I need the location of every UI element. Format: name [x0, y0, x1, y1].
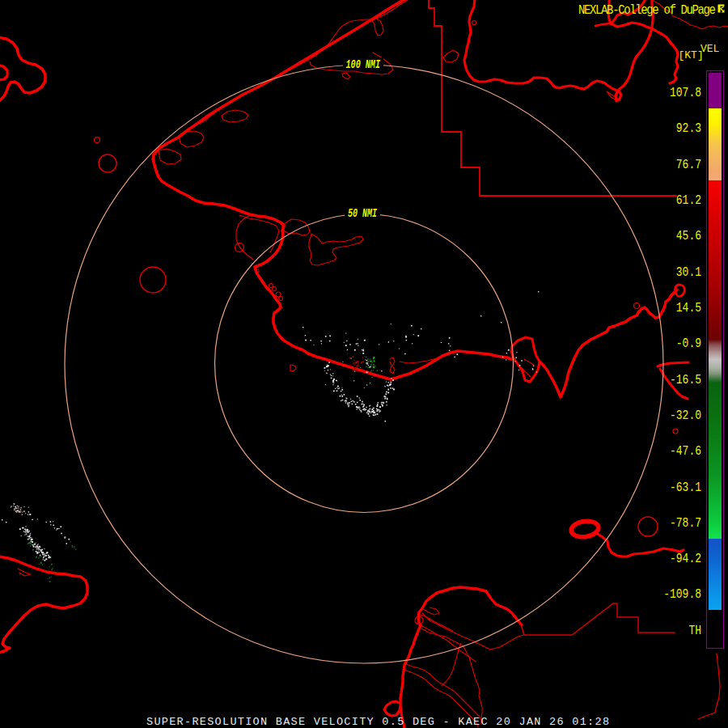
svg-text:NEXLAB-College of DuPage: NEXLAB-College of DuPage — [578, 2, 716, 18]
svg-text:-109.8: -109.8 — [663, 586, 701, 603]
svg-text:[KT]: [KT] — [679, 49, 704, 61]
svg-text:92.3: 92.3 — [676, 121, 701, 137]
svg-text:-16.5: -16.5 — [670, 371, 701, 387]
svg-text:107.8: 107.8 — [670, 84, 701, 100]
svg-text:TH: TH — [688, 622, 701, 638]
svg-text:-47.6: -47.6 — [670, 443, 701, 459]
svg-text:-32.0: -32.0 — [670, 407, 701, 423]
svg-text:14.5: 14.5 — [676, 299, 701, 315]
svg-text:SUPER-RESOLUTION BASE VELOCITY: SUPER-RESOLUTION BASE VELOCITY 0.5 DEG -… — [146, 716, 609, 728]
svg-text:-78.7: -78.7 — [670, 514, 701, 531]
svg-text:-0.9: -0.9 — [676, 336, 701, 352]
svg-text:30.1: 30.1 — [676, 264, 701, 280]
svg-text:100 NMI: 100 NMI — [346, 58, 381, 71]
svg-text:-63.1: -63.1 — [670, 479, 701, 495]
svg-text:-94.2: -94.2 — [670, 550, 701, 566]
svg-text:50 NMI: 50 NMI — [348, 207, 377, 220]
svg-text:45.6: 45.6 — [676, 228, 701, 244]
svg-text:61.2: 61.2 — [676, 192, 701, 208]
svg-text:76.7: 76.7 — [676, 156, 701, 172]
